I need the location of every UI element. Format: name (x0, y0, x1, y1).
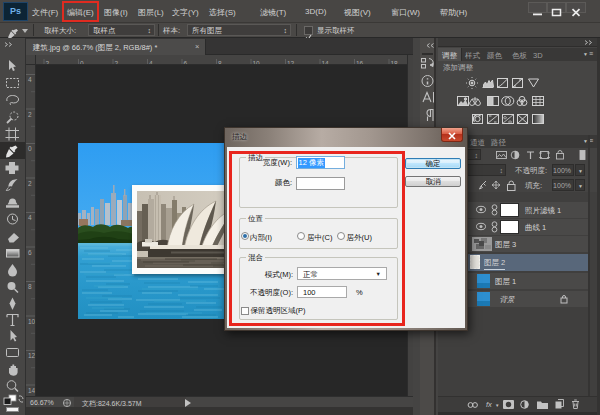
svg-text:0: 0 (28, 145, 32, 152)
svg-text:6: 6 (28, 249, 32, 256)
svg-text:4: 4 (28, 76, 32, 83)
svg-text:8: 8 (28, 283, 32, 290)
svg-text:12: 12 (28, 352, 36, 359)
svg-text:4: 4 (28, 214, 32, 221)
svg-text:14: 14 (28, 387, 36, 394)
svg-text:10: 10 (28, 318, 36, 325)
svg-text:2: 2 (28, 180, 32, 187)
svg-text:2: 2 (28, 111, 32, 118)
